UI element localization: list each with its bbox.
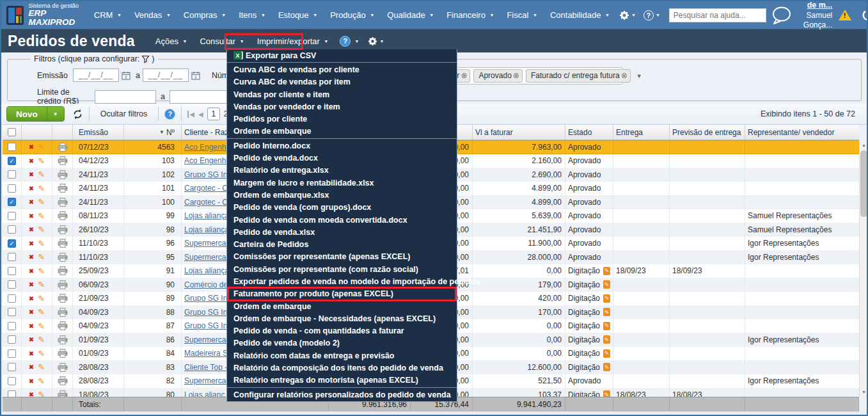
edit-row-icon[interactable]: ✎ (38, 321, 45, 331)
row-checkbox[interactable]: ✓ (8, 239, 16, 248)
print-row-icon[interactable] (58, 198, 68, 207)
print-row-icon[interactable] (58, 335, 68, 344)
menu-item-margem-de-lucro-e-rentabilidade-xlsx[interactable]: Margem de lucro e rentabilidade.xlsx (227, 177, 457, 189)
menu-item-relato-rio-entregas-do-motorista-apenas-excel[interactable]: Relatório entregas do motorista (apenas … (227, 374, 457, 387)
cliente-link[interactable]: Supermercad (184, 335, 230, 344)
delete-row-icon[interactable]: ✖ (29, 308, 34, 316)
row-checkbox[interactable]: ✓ (8, 198, 16, 206)
print-row-icon[interactable] (58, 294, 68, 303)
header-previsao[interactable]: Previsão de entrega (670, 125, 745, 140)
row-checkbox[interactable] (8, 308, 16, 316)
edit-row-icon[interactable]: ✎ (38, 335, 45, 344)
print-row-icon[interactable] (58, 211, 68, 220)
estado-edit-icon[interactable]: ✎ (603, 267, 610, 275)
scroll-thumb[interactable] (860, 150, 867, 217)
menu-item-vendas-por-cliente-e-item[interactable]: Vendas por cliente e item (227, 88, 457, 100)
menu-item-pedidos-por-cliente[interactable]: Pedidos por cliente (227, 113, 457, 125)
cliente-link[interactable]: Grupo SG In (184, 294, 227, 303)
row-checkbox[interactable] (8, 294, 16, 303)
estado-edit-icon[interactable]: ✎ (603, 308, 610, 316)
header-representante[interactable]: Representante/ vendedor (745, 125, 859, 140)
estado-edit-icon[interactable]: ✎ (603, 349, 610, 358)
novo-button[interactable]: Novo ▼ (6, 106, 65, 122)
estado-edit-icon[interactable]: ✎ (603, 322, 610, 330)
cliente-link[interactable]: Supermercad (184, 253, 230, 262)
page-menu-consultar[interactable]: Consultar ▼ (193, 33, 250, 50)
estado-edit-icon[interactable]: ✎ (603, 363, 610, 371)
menu-item-curva-abc-de-vendas-por-cliente[interactable]: Curva ABC de vendas por cliente (227, 63, 457, 76)
row-checkbox[interactable] (8, 184, 16, 193)
cliente-link[interactable]: Lojas alianç (184, 390, 225, 397)
edit-row-icon[interactable]: ✎ (38, 184, 45, 193)
print-row-icon[interactable] (58, 321, 68, 330)
header-emissao[interactable]: Emissão (73, 125, 124, 140)
edit-row-icon[interactable]: ✎ (38, 197, 45, 207)
cliente-link[interactable]: Lojas aliança (184, 225, 229, 234)
filter-chip-faturado-c-entrega-futura[interactable]: Faturado c/ entrega futura⊗ (526, 69, 631, 83)
scroll-up-icon[interactable]: ▲ (860, 140, 868, 150)
delete-row-icon[interactable]: ✖ (29, 323, 34, 330)
edit-row-icon[interactable]: ✎ (38, 376, 45, 386)
print-row-icon[interactable] (58, 225, 68, 234)
menu-item-pedido-interno-docx[interactable]: Pedido Interno.docx (227, 140, 457, 152)
cliente-link[interactable]: Aco Engenha (184, 156, 230, 165)
cliente-link[interactable]: Lojas aliança (184, 266, 229, 275)
estado-edit-icon[interactable]: ✎ (603, 335, 610, 344)
current-page[interactable]: 1 (207, 108, 220, 120)
edit-row-icon[interactable]: ✎ (38, 349, 45, 358)
cliente-link[interactable]: Grupo SG In (184, 170, 227, 179)
toolbar-help-icon[interactable]: ? (164, 109, 175, 120)
cliente-link[interactable]: Supermercad (184, 376, 230, 385)
menu-item-pedido-de-venda-xlsx[interactable]: Pedido de venda.xlsx (227, 226, 457, 238)
topbar-menu-produc-a-o[interactable]: Produção ▼ (324, 7, 380, 23)
emissao-to-input[interactable]: __/__/__ (143, 68, 189, 82)
cliente-link[interactable]: Comércio de (184, 280, 228, 289)
cliente-link[interactable]: Grupo SG In (184, 308, 227, 317)
topbar-menu-estoque[interactable]: Estoque ▼ (272, 7, 323, 23)
print-row-icon[interactable] (58, 266, 68, 275)
row-checkbox[interactable] (8, 335, 16, 344)
edit-row-icon[interactable]: ✎ (38, 390, 45, 397)
print-row-icon[interactable] (58, 376, 68, 385)
delete-row-icon[interactable]: ✖ (29, 378, 34, 385)
edit-row-icon[interactable]: ✎ (38, 211, 45, 221)
header-vl-a-faturar[interactable]: Vl a faturar (473, 125, 565, 140)
print-row-icon[interactable] (58, 253, 68, 262)
refresh-icon[interactable] (72, 109, 83, 120)
edit-row-icon[interactable]: ✎ (38, 239, 45, 248)
prev-page-icon[interactable]: ◀ (198, 111, 203, 118)
print-row-icon[interactable] (58, 184, 68, 193)
row-checkbox[interactable] (8, 280, 16, 289)
page-menu-ac-o-es[interactable]: Ações ▼ (149, 33, 194, 50)
row-checkbox[interactable] (8, 143, 16, 151)
menu-item-ordem-de-embarque-necessidades-apenas-excel[interactable]: Ordem de embarque - Necessidades (apenas… (227, 312, 457, 324)
edit-row-icon[interactable]: ✎ (38, 280, 45, 289)
edit-row-icon[interactable]: ✎ (38, 170, 45, 179)
edit-row-icon[interactable]: ✎ (38, 266, 45, 276)
scroll-down-icon[interactable]: ▼ (860, 387, 868, 397)
edit-row-icon[interactable]: ✎ (38, 294, 45, 303)
row-checkbox[interactable] (8, 390, 16, 397)
chip-remove-icon[interactable]: ⊗ (621, 71, 627, 80)
edit-row-icon[interactable]: ✎ (38, 142, 45, 152)
delete-row-icon[interactable]: ✖ (29, 295, 34, 302)
delete-row-icon[interactable]: ✖ (29, 240, 34, 247)
menu-item-pedido-de-venda-com-quantidades-a-faturar[interactable]: Pedido de venda - com quantidades a fatu… (227, 325, 457, 337)
first-page-icon[interactable]: ◀ (187, 111, 194, 118)
row-checkbox[interactable]: ✓ (8, 157, 16, 165)
print-row-icon[interactable] (58, 390, 68, 397)
edit-row-icon[interactable]: ✎ (38, 307, 45, 317)
menu-item-vendas-por-vendedor-e-item[interactable]: Vendas por vendedor e item (227, 100, 457, 113)
header-entrega[interactable]: Entrega (613, 125, 670, 140)
delete-row-icon[interactable]: ✖ (29, 336, 34, 343)
limite-from-input[interactable] (95, 90, 156, 104)
row-checkbox[interactable] (8, 377, 16, 385)
cliente-link[interactable]: Cargotec - C (184, 198, 228, 207)
chip-remove-icon[interactable]: ⊗ (461, 71, 467, 80)
help-caret-icon[interactable]: ▼ (354, 39, 359, 44)
edit-row-icon[interactable]: ✎ (38, 225, 45, 234)
calendar-icon[interactable]: 8 (122, 71, 130, 80)
row-checkbox[interactable] (8, 253, 16, 261)
warning-icon[interactable]: ! (839, 10, 851, 20)
topbar-menu-vendas[interactable]: Vendas ▼ (129, 7, 177, 23)
